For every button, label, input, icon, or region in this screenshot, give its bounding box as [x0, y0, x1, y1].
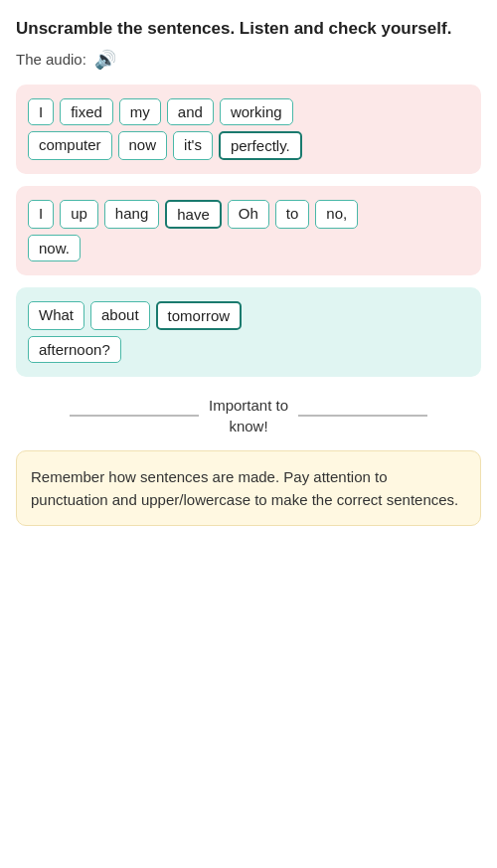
word-chip[interactable]: computer — [28, 131, 112, 160]
word-chip[interactable]: I — [28, 200, 54, 229]
speaker-icon[interactable]: 🔊 — [94, 49, 116, 71]
word-row-3-1: What about tomorrow — [28, 301, 469, 330]
word-chip[interactable]: it's — [173, 131, 213, 160]
word-chip[interactable]: to — [275, 200, 310, 229]
sentence-box-2: I up hang have Oh to no, now. — [16, 186, 481, 275]
divider-line-left — [70, 415, 199, 417]
divider-text: Important toknow! — [209, 395, 288, 436]
word-row-2-2: now. — [28, 235, 469, 261]
info-box: Remember how sentences are made. Pay att… — [16, 450, 481, 527]
word-row-3-2: afternoon? — [28, 336, 469, 363]
word-chip-selected[interactable]: have — [165, 200, 222, 229]
word-chip-selected[interactable]: perfectly. — [219, 131, 302, 160]
word-chip[interactable]: up — [60, 200, 98, 229]
sentence-box-3: What about tomorrow afternoon? — [16, 287, 481, 377]
audio-label: The audio: — [16, 51, 86, 68]
word-chip[interactable]: and — [167, 98, 214, 125]
word-chip[interactable]: hang — [104, 200, 159, 229]
word-row-1-2: computer now it's perfectly. — [28, 131, 469, 160]
word-row-2-1: I up hang have Oh to no, — [28, 200, 469, 229]
sentence-box-1: I fixed my and working computer now it's… — [16, 85, 481, 174]
word-chip[interactable]: working — [220, 98, 293, 125]
word-chip[interactable]: Oh — [228, 200, 269, 229]
word-chip[interactable]: about — [90, 301, 150, 330]
word-row-1-1: I fixed my and working — [28, 98, 469, 125]
word-chip[interactable]: What — [28, 301, 84, 330]
word-chip[interactable]: afternoon? — [28, 336, 121, 363]
word-chip[interactable]: no, — [315, 200, 358, 229]
audio-row: The audio: 🔊 — [16, 49, 481, 71]
divider-line-right — [298, 415, 427, 417]
info-text: Remember how sentences are made. Pay att… — [31, 468, 458, 508]
word-chip[interactable]: I — [28, 98, 54, 125]
word-chip[interactable]: now — [118, 131, 168, 160]
word-chip[interactable]: my — [119, 98, 161, 125]
word-chip[interactable]: now. — [28, 235, 81, 261]
divider-row: Important toknow! — [16, 395, 481, 436]
word-chip-selected[interactable]: tomorrow — [156, 301, 243, 330]
page-title: Unscramble the sentences. Listen and che… — [16, 18, 481, 41]
word-chip[interactable]: fixed — [60, 98, 113, 125]
